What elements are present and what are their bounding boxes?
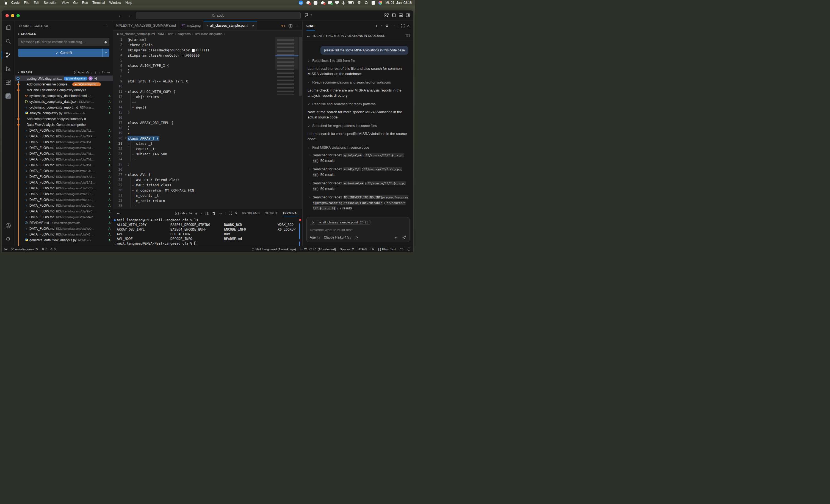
graph-row[interactable]: ↓ DATA_FLOW.md ☁ RDM/cert/diagrams/dfa/A… xyxy=(15,139,113,145)
status-app-icon-teams[interactable] xyxy=(328,1,332,4)
sparkle-icon[interactable] xyxy=(104,41,107,43)
maximize-chat-icon[interactable] xyxy=(401,24,405,28)
indentation[interactable]: Spaces: 2 xyxy=(340,248,354,251)
code-line[interactable]: 20 ∨ class ARRAY_T { xyxy=(113,136,275,141)
copilot-sparkle-icon[interactable]: ✦ xyxy=(128,132,130,135)
breadcrumb-item[interactable]: diagrams xyxy=(178,32,190,35)
status-app-icon-camera[interactable] xyxy=(314,1,317,5)
more-actions-icon[interactable]: ⋯ xyxy=(391,24,395,28)
code-editor[interactable]: 1 @startuml 2 !theme plain xyxy=(113,37,302,209)
graph-row[interactable]: ↓ DATA_FLOW.md ☁ RDM/cert/diagrams/dfa/A… xyxy=(15,145,113,151)
battery-icon[interactable] xyxy=(348,1,354,4)
terminal-scrollbar[interactable] xyxy=(299,223,300,239)
expand-chevron-icon[interactable]: › xyxy=(309,181,310,192)
code-line[interactable]: 10 xyxy=(113,84,275,89)
copilot-titlebar-button[interactable]: ∨ xyxy=(305,13,312,17)
menu-clock[interactable]: Mi. 21. Jan. 08:18 xyxy=(386,1,412,5)
git-blame-indicator[interactable]: Neil Langmead (1 week ago) xyxy=(252,248,296,251)
chat-conversation[interactable]: please tell me some MISRA violations in … xyxy=(302,41,413,214)
cursor-position[interactable]: Ln 21, Col 1 (16 selected) xyxy=(300,248,336,251)
close-window-button[interactable] xyxy=(5,14,9,17)
tool-result-row[interactable]: ✓Read file and searched for regex patter… xyxy=(308,102,408,106)
wifi-icon[interactable] xyxy=(357,1,361,4)
spotlight-search-icon[interactable] xyxy=(365,1,368,5)
code-line[interactable]: 2 !theme plain xyxy=(113,42,275,48)
graph-row[interactable]: ↓ DATA_FLOW.md ☁ RDM/cert/diagrams/dfa/B… xyxy=(15,174,113,180)
language-mode[interactable]: { }Plain Text xyxy=(378,248,396,251)
editor-tab[interactable]: MPLEXITY_ANALYSIS_SUMMARY.md xyxy=(113,21,179,30)
zoom-window-button[interactable] xyxy=(17,14,20,17)
breadcrumb-file[interactable]: ≡ all_classes_sample.puml xyxy=(117,32,155,35)
panel-tab[interactable]: PROBLEMS xyxy=(242,209,260,217)
code-line[interactable]: 30 - m_compareFcn: MY_COMPARE_FCN xyxy=(113,188,275,193)
menu-window[interactable]: Window xyxy=(109,1,121,5)
graph-row[interactable]: ↓ DATA_FLOW.md ☁ RDM/cert/diagrams/dfa/A… xyxy=(15,162,113,168)
menu-selection[interactable]: Selection xyxy=(44,1,57,5)
extensions-icon[interactable] xyxy=(4,78,13,87)
more-actions-icon[interactable]: ⋯ xyxy=(104,24,108,28)
panel-tab[interactable]: TERMINAL xyxy=(283,209,298,217)
close-tab-icon[interactable]: × xyxy=(252,24,254,28)
toggle-secondary-sidebar-icon[interactable] xyxy=(406,13,410,17)
graph-row[interactable]: adding UML diagrams… ◎ uml-diagrams ☁ xyxy=(15,75,113,81)
graph-row[interactable]: ↓ DATA_FLOW.md ☁ RDM/cert/diagrams/dfa/A… xyxy=(15,156,113,162)
send-icon[interactable] xyxy=(402,235,406,239)
code-line[interactable]: 16 xyxy=(113,115,275,120)
graph-row[interactable]: ⓘ README.md ☁ RDM/cert/diagrams/dfa A xyxy=(15,220,113,226)
graph-row[interactable]: ↓ DATA_FLOW.md ☁ RDM/cert/diagrams/dfa/A… xyxy=(15,127,113,133)
terminal-shell-label[interactable]: zsh - cfa xyxy=(175,212,192,215)
code-line[interactable]: 11 ∨ class ALLOC_WITH_COPY { xyxy=(113,89,275,94)
graph-row[interactable]: <> cyclomatic_complexity_dashboard.html … xyxy=(15,93,113,99)
graph-row[interactable]: McCabe Cyclomatic Complexity Analysis - … xyxy=(15,87,113,93)
menu-view[interactable]: View xyxy=(62,1,69,5)
chevron-down-icon[interactable]: ∨ xyxy=(201,212,202,215)
more-actions-icon[interactable]: ⋯ xyxy=(296,24,299,28)
code-line[interactable]: 31 - m_count: _t xyxy=(113,193,275,198)
expand-chevron-icon[interactable]: › xyxy=(309,167,310,178)
status-app-icon-error[interactable] xyxy=(307,1,310,4)
graph-auto-toggle[interactable]: Auto xyxy=(74,71,84,74)
remote-indicator[interactable]: >< xyxy=(4,248,7,251)
code-line[interactable]: 25 } xyxy=(113,162,275,167)
code-line[interactable]: 6 class ALIGN_TYPE_X { xyxy=(113,63,275,68)
code-line[interactable]: 27 ∨ class AVL { xyxy=(113,172,275,177)
panel-tab[interactable]: OUTPUT xyxy=(265,209,278,217)
graph-row[interactable]: ↓ DATA_FLOW.md ☁ RDM/cert/diagrams/dfa/B… xyxy=(15,191,113,197)
code-line[interactable]: 9 std::int8_t <|-- ALIGN_TYPE_X xyxy=(113,78,275,84)
minimap[interactable] xyxy=(276,37,298,209)
graph-row[interactable]: ↓ cyclomatic_complexity_report.md ☁ RDM/… xyxy=(15,104,113,110)
tool-result-row[interactable]: ✓Searched for regex patterns in source f… xyxy=(308,124,408,128)
chat-input-placeholder[interactable]: Describe what to build next xyxy=(310,228,406,232)
fold-chevron-icon[interactable]: ∨ xyxy=(124,90,128,93)
tool-result-row[interactable]: ✓Find MISRA violations in source code xyxy=(308,146,408,150)
breadcrumb-item[interactable]: RDM xyxy=(157,32,164,35)
more-actions-icon[interactable]: ⋯ xyxy=(117,211,120,216)
accounts-icon[interactable] xyxy=(4,221,13,230)
code-line[interactable]: 4 skinparam classArrowColor #000000 xyxy=(113,53,275,58)
nav-back-button[interactable]: ← xyxy=(118,13,122,18)
fold-chevron-icon[interactable]: ∨ xyxy=(124,137,128,139)
menu-edit[interactable]: Edit xyxy=(34,1,39,5)
maximize-panel-icon[interactable] xyxy=(229,212,232,215)
trash-icon[interactable] xyxy=(212,212,216,215)
code-line[interactable]: 13 -- xyxy=(113,99,275,105)
siri-icon[interactable] xyxy=(378,1,382,5)
minimize-window-button[interactable] xyxy=(11,14,14,17)
code-line[interactable]: 7 } xyxy=(113,68,275,73)
close-panel-icon[interactable]: × xyxy=(235,211,237,216)
toggle-primary-sidebar-icon[interactable] xyxy=(392,13,396,17)
search-result-row[interactable]: ›Searched for regex NOLINTNEXTLINE|NOLIN… xyxy=(308,195,408,211)
editor-tab[interactable]: img1.png xyxy=(179,21,204,30)
code-line[interactable]: 29 - MAP: friend class xyxy=(113,183,275,188)
chat-back-icon[interactable]: ← xyxy=(307,33,311,38)
menu-help[interactable]: Help xyxy=(125,1,132,5)
more-actions-icon[interactable]: ⋯ xyxy=(219,211,222,215)
refresh-icon[interactable]: ↻ xyxy=(102,71,105,74)
graph-row[interactable]: ↓ DATA_FLOW.md ☁ RDM/cert/diagrams/dfa/B… xyxy=(15,180,113,185)
apple-logo-icon[interactable] xyxy=(3,1,7,5)
copilot-status-icon[interactable] xyxy=(400,248,404,251)
chat-tab[interactable]: CHAT xyxy=(307,21,315,31)
new-terminal-icon[interactable]: + xyxy=(195,211,197,216)
code-line[interactable]: 14 + new() xyxy=(113,105,275,110)
search-result-row[interactable]: ›Searched for regex void\s*\* (**/source… xyxy=(308,166,408,178)
